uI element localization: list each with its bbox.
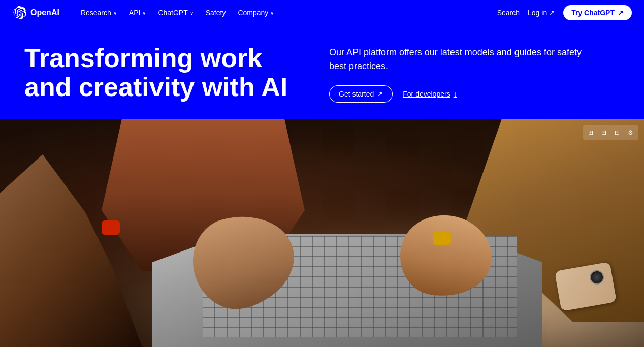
chevron-down-icon: ∨ — [142, 10, 146, 16]
nav-company[interactable]: Company ∨ — [233, 6, 279, 20]
nav-chatgpt[interactable]: ChatGPT ∨ — [153, 6, 198, 20]
phone-camera-lens — [589, 269, 605, 286]
arrow-icon: ↓ — [454, 90, 457, 98]
logo[interactable]: OpenAI — [12, 6, 59, 20]
openai-logo-icon — [12, 6, 26, 20]
nav-safety[interactable]: Safety — [201, 6, 231, 20]
for-developers-button[interactable]: For developers ↓ — [403, 90, 457, 98]
login-button[interactable]: Log in ↗ — [528, 9, 555, 17]
image-controls: ⊞ ⊟ ⊡ ⚙ — [583, 125, 638, 140]
arrow-icon: ↗ — [377, 90, 383, 98]
view-icon-1[interactable]: ⊞ — [585, 127, 596, 138]
view-icon-3[interactable]: ⊡ — [611, 127, 623, 138]
hero-image: ⊞ ⊟ ⊡ ⚙ — [0, 119, 644, 347]
search-button[interactable]: Search — [497, 9, 520, 17]
navigation: OpenAI Research ∨ API ∨ ChatGPT ∨ Safety… — [0, 0, 644, 25]
hero-content-area: Our API platform offers our latest model… — [329, 44, 620, 103]
watch-right — [433, 231, 451, 245]
view-icon-2[interactable]: ⊟ — [598, 127, 609, 138]
nav-links: Research ∨ API ∨ ChatGPT ∨ Safety Compan… — [76, 6, 497, 20]
hero-title: Transforming work and creativity with AI — [24, 44, 288, 102]
chevron-down-icon: ∨ — [190, 10, 194, 16]
nav-right: Search Log in ↗ Try ChatGPT ↗ — [497, 5, 632, 20]
try-chatgpt-button[interactable]: Try ChatGPT ↗ — [563, 5, 632, 20]
photo-background — [0, 119, 644, 347]
hero-section: Transforming work and creativity with AI… — [0, 25, 644, 119]
nav-api[interactable]: API ∨ — [124, 6, 151, 20]
nav-research[interactable]: Research ∨ — [76, 6, 122, 20]
arrow-icon: ↗ — [549, 9, 555, 17]
watch-left — [102, 220, 120, 235]
chevron-down-icon: ∨ — [113, 10, 117, 16]
chevron-down-icon: ∨ — [270, 10, 274, 16]
settings-icon[interactable]: ⚙ — [625, 127, 636, 138]
hero-title-area: Transforming work and creativity with AI — [24, 44, 288, 102]
hero-buttons: Get started ↗ For developers ↓ — [329, 85, 620, 103]
arrow-icon: ↗ — [618, 9, 624, 17]
brand-name: OpenAI — [30, 8, 59, 17]
hero-description: Our API platform offers our latest model… — [329, 46, 583, 73]
get-started-button[interactable]: Get started ↗ — [329, 85, 393, 103]
